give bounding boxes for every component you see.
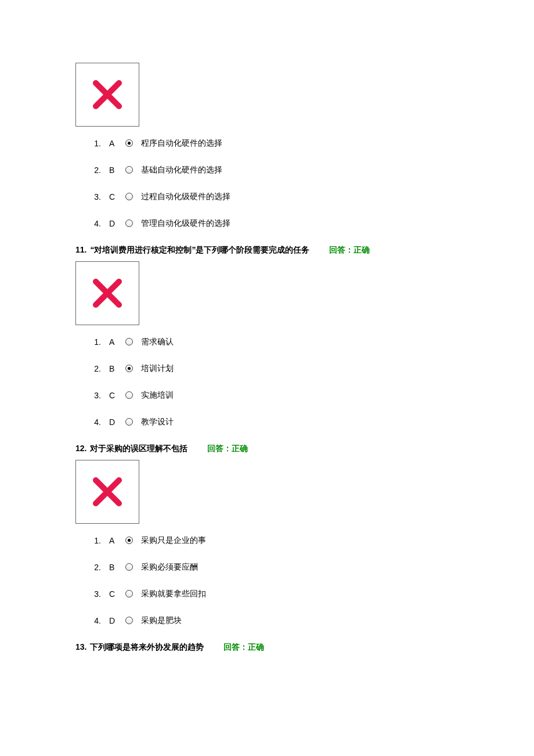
- option-number: 3.: [91, 589, 101, 599]
- option-row: 4. D 管理自动化级硬件的选择: [91, 218, 459, 229]
- option-number: 2.: [91, 165, 101, 175]
- broken-image-placeholder: [75, 261, 139, 325]
- broken-image-placeholder: [75, 63, 139, 127]
- x-icon: [90, 77, 125, 112]
- option-row: 3. C 过程自动化级硬件的选择: [91, 192, 459, 202]
- option-number: 4.: [91, 616, 101, 625]
- option-text: 教学设计: [141, 417, 174, 427]
- options-list-q10: 1. A 程序自动化硬件的选择 2. B 基础自动化硬件的选择 3. C 过程自…: [91, 138, 459, 229]
- radio-icon[interactable]: [125, 590, 133, 597]
- question-line: 11. “对培训费用进行核定和控制”是下列哪个阶段需要完成的任务 回答：正确: [75, 245, 459, 255]
- option-number: 1.: [91, 139, 101, 148]
- option-number: 1.: [91, 337, 101, 347]
- question-text: 对于采购的误区理解不包括: [90, 444, 187, 454]
- option-text: 采购就要拿些回扣: [141, 589, 206, 599]
- radio-icon[interactable]: [125, 219, 133, 227]
- option-text: 管理自动化级硬件的选择: [141, 218, 230, 229]
- radio-icon[interactable]: [125, 537, 133, 544]
- option-letter: B: [109, 563, 117, 572]
- option-text: 采购是肥块: [141, 615, 182, 626]
- option-row: 2. B 采购必须要应酬: [91, 562, 459, 573]
- radio-icon[interactable]: [125, 617, 133, 624]
- option-letter: B: [109, 165, 117, 175]
- radio-icon[interactable]: [125, 418, 133, 426]
- answer-status: 回答：正确: [223, 642, 264, 653]
- radio-icon[interactable]: [125, 193, 133, 200]
- question-line: 12. 对于采购的误区理解不包括 回答：正确: [75, 444, 459, 454]
- answer-status: 回答：正确: [329, 245, 370, 255]
- option-letter: D: [109, 616, 117, 625]
- option-text: 基础自动化硬件的选择: [141, 165, 222, 175]
- question-text: “对培训费用进行核定和控制”是下列哪个阶段需要完成的任务: [90, 245, 309, 255]
- option-text: 采购必须要应酬: [141, 562, 198, 573]
- option-row: 3. C 采购就要拿些回扣: [91, 589, 459, 599]
- option-text: 采购只是企业的事: [141, 535, 206, 546]
- radio-icon[interactable]: [125, 338, 133, 345]
- question-number: 11.: [75, 245, 86, 254]
- radio-icon[interactable]: [125, 391, 133, 399]
- question-number: 13.: [75, 642, 86, 651]
- document-page: 1. A 程序自动化硬件的选择 2. B 基础自动化硬件的选择 3. C 过程自…: [0, 0, 534, 756]
- option-number: 4.: [91, 417, 101, 427]
- option-letter: D: [109, 417, 117, 427]
- question-line: 13. 下列哪项是将来外协发展的趋势 回答：正确: [75, 642, 459, 653]
- option-number: 3.: [91, 391, 101, 400]
- x-icon: [90, 474, 125, 509]
- answer-status: 回答：正确: [207, 444, 248, 454]
- option-text: 需求确认: [141, 337, 174, 347]
- option-number: 3.: [91, 192, 101, 201]
- radio-icon[interactable]: [125, 365, 133, 372]
- option-text: 培训计划: [141, 363, 174, 374]
- option-row: 3. C 实施培训: [91, 390, 459, 401]
- options-list-q12: 1. A 采购只是企业的事 2. B 采购必须要应酬 3. C 采购就要拿些回扣…: [91, 535, 459, 626]
- option-row: 1. A 采购只是企业的事: [91, 535, 459, 546]
- radio-icon[interactable]: [125, 139, 133, 147]
- option-letter: C: [109, 192, 117, 201]
- option-letter: C: [109, 391, 117, 400]
- option-row: 4. D 教学设计: [91, 417, 459, 427]
- option-row: 2. B 培训计划: [91, 363, 459, 374]
- option-letter: A: [109, 536, 117, 545]
- option-row: 4. D 采购是肥块: [91, 615, 459, 626]
- option-text: 实施培训: [141, 390, 174, 401]
- x-icon: [90, 276, 125, 311]
- radio-icon[interactable]: [125, 563, 133, 571]
- option-letter: A: [109, 337, 117, 347]
- option-letter: C: [109, 589, 117, 599]
- options-list-q11: 1. A 需求确认 2. B 培训计划 3. C 实施培训 4. D 教学设计: [91, 337, 459, 427]
- question-text: 下列哪项是将来外协发展的趋势: [90, 642, 204, 653]
- option-row: 1. A 需求确认: [91, 337, 459, 347]
- question-number: 12.: [75, 444, 86, 453]
- broken-image-placeholder: [75, 460, 139, 524]
- option-row: 2. B 基础自动化硬件的选择: [91, 165, 459, 175]
- radio-icon[interactable]: [125, 166, 133, 174]
- option-text: 程序自动化硬件的选择: [141, 138, 222, 149]
- option-number: 2.: [91, 563, 101, 572]
- option-number: 2.: [91, 364, 101, 373]
- option-letter: B: [109, 364, 117, 373]
- option-number: 1.: [91, 536, 101, 545]
- option-row: 1. A 程序自动化硬件的选择: [91, 138, 459, 149]
- option-number: 4.: [91, 219, 101, 228]
- option-letter: D: [109, 219, 117, 228]
- option-text: 过程自动化级硬件的选择: [141, 192, 230, 202]
- option-letter: A: [109, 139, 117, 148]
